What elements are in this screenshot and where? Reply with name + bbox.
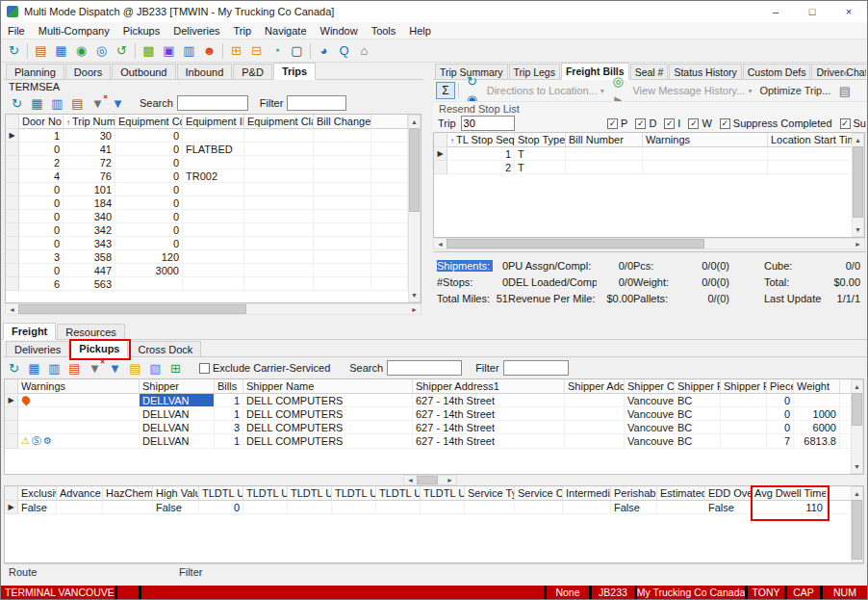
row-selector[interactable]: ▶	[5, 501, 18, 514]
cell[interactable]	[643, 147, 768, 161]
col-hazchem[interactable]: HazChem	[103, 486, 153, 501]
cell[interactable]	[563, 501, 611, 514]
cell[interactable]	[314, 250, 371, 264]
cell[interactable]: DELL COMPUTERS	[243, 421, 413, 434]
cell[interactable]	[371, 170, 408, 183]
tab-planning[interactable]: Planning	[6, 64, 64, 79]
menu-multi-company[interactable]: Multi-Company	[32, 23, 116, 39]
zoom-icon[interactable]: Q	[334, 41, 354, 60]
cell[interactable]	[183, 250, 244, 264]
menu-help[interactable]: Help	[402, 23, 438, 39]
scroll-track[interactable]	[246, 304, 408, 314]
cell[interactable]: 0	[19, 264, 64, 277]
row-selector[interactable]	[6, 277, 19, 291]
cell[interactable]	[243, 501, 288, 514]
cell[interactable]: DELLVAN	[140, 394, 215, 407]
cell[interactable]	[183, 264, 244, 277]
cell[interactable]: False	[153, 501, 199, 514]
row-selector[interactable]	[6, 210, 19, 223]
row-selector[interactable]	[6, 156, 19, 170]
street-view-icon[interactable]: ◎	[608, 72, 628, 91]
col-estimated-d[interactable]: Estimated D	[657, 486, 705, 501]
cell[interactable]: 184	[64, 196, 115, 210]
scroll-thumb[interactable]	[18, 304, 246, 314]
cell[interactable]	[565, 421, 625, 434]
cell[interactable]: BC	[675, 407, 721, 421]
row-selector[interactable]: ▶	[6, 129, 19, 143]
table-view2-icon[interactable]: ▥	[47, 94, 67, 113]
scroll-thumb[interactable]	[447, 239, 704, 248]
scroll-thumb[interactable]	[852, 500, 862, 560]
col-perishable[interactable]: Perishable	[611, 486, 657, 501]
cell[interactable]: DELLVAN	[140, 434, 215, 449]
cell[interactable]	[183, 277, 244, 291]
cell[interactable]	[244, 210, 314, 223]
cell[interactable]: 72	[64, 156, 115, 170]
cell[interactable]	[371, 143, 408, 156]
cell[interactable]: 0	[115, 183, 183, 196]
scroll-arrow-icon[interactable]: ▲	[852, 380, 862, 393]
cell[interactable]: 0	[115, 237, 183, 250]
cell[interactable]	[183, 183, 244, 196]
cell[interactable]: 30	[64, 129, 115, 143]
menu-tools[interactable]: Tools	[365, 23, 403, 39]
cell[interactable]: 3	[215, 421, 243, 434]
cell[interactable]	[314, 264, 371, 277]
detail-vertical-scrollbar[interactable]: ▲▼	[851, 486, 863, 562]
row-selector[interactable]: ▶	[434, 147, 447, 161]
planning-horizontal-scrollbar[interactable]: ◄►	[5, 303, 421, 315]
cell[interactable]: 41	[64, 143, 115, 156]
col-tldtl-user[interactable]: TLDTL User	[199, 486, 243, 501]
cell[interactable]	[721, 407, 767, 421]
link-icon[interactable]: ∞	[834, 64, 855, 82]
row-selector[interactable]	[6, 143, 19, 156]
scroll-thumb[interactable]	[852, 393, 862, 426]
cell[interactable]: DELL COMPUTERS	[243, 407, 413, 421]
col-tl-stop-sequenc[interactable]: ↑TL Stop Sequenc	[447, 133, 515, 147]
cell[interactable]	[183, 237, 244, 250]
subtab-cross-dock[interactable]: Cross Dock	[129, 341, 201, 356]
col-bill-changes[interactable]: Bill Changes	[314, 115, 371, 129]
col-shipper-city[interactable]: Shipper City	[625, 379, 675, 394]
cell[interactable]: 101	[64, 183, 115, 196]
cell[interactable]: DELL COMPUTERS	[243, 394, 413, 407]
exclude-carrier-serviced-checkbox[interactable]: Exclude Carrier-Serviced	[199, 362, 330, 374]
scroll-arrow-icon[interactable]: ▼	[852, 460, 862, 473]
cell[interactable]	[371, 250, 408, 264]
col-service-type[interactable]: Service Type	[465, 486, 515, 501]
cell[interactable]: Vancouver	[625, 434, 675, 449]
table-edit-icon[interactable]: ▤	[64, 359, 85, 378]
cell[interactable]: 0	[767, 421, 794, 434]
cell[interactable]	[244, 223, 314, 237]
freighttab-resources[interactable]: Resources	[57, 324, 125, 339]
cell[interactable]	[421, 501, 465, 514]
globe-icon[interactable]: ◉	[71, 41, 91, 60]
cell[interactable]	[314, 170, 371, 183]
cell[interactable]	[721, 421, 767, 434]
cell[interactable]	[565, 407, 625, 421]
cell[interactable]	[371, 237, 408, 250]
zoom-globe-icon[interactable]: ◕	[314, 41, 334, 60]
cell[interactable]: 6813.8	[794, 434, 840, 449]
cell[interactable]: FLATBED	[183, 143, 244, 156]
cell[interactable]	[566, 147, 643, 161]
cell[interactable]: 0	[19, 237, 64, 250]
row-selector[interactable]	[6, 183, 19, 196]
col-shipper-adc[interactable]: Shipper Adc	[565, 379, 625, 394]
col-tldtl-user[interactable]: TLDTL User	[288, 486, 332, 501]
cell[interactable]	[244, 183, 314, 196]
tab-trips[interactable]: Trips	[273, 63, 316, 80]
row-selector[interactable]	[6, 196, 19, 210]
cell[interactable]: 627 - 14th Street	[413, 407, 565, 421]
cell[interactable]: 0	[115, 143, 183, 156]
col-shipper-address1[interactable]: Shipper Address1	[413, 379, 565, 394]
cell[interactable]	[721, 434, 767, 449]
cell[interactable]	[183, 196, 244, 210]
planning-vertical-scrollbar[interactable]: ▲▼	[408, 115, 421, 302]
cell[interactable]: 1	[215, 394, 243, 407]
cell[interactable]	[103, 501, 153, 514]
cell[interactable]: 0	[767, 407, 794, 421]
cell[interactable]: 0	[115, 223, 183, 237]
freight-filter-input[interactable]	[503, 360, 569, 376]
cell[interactable]: 340	[64, 210, 115, 223]
